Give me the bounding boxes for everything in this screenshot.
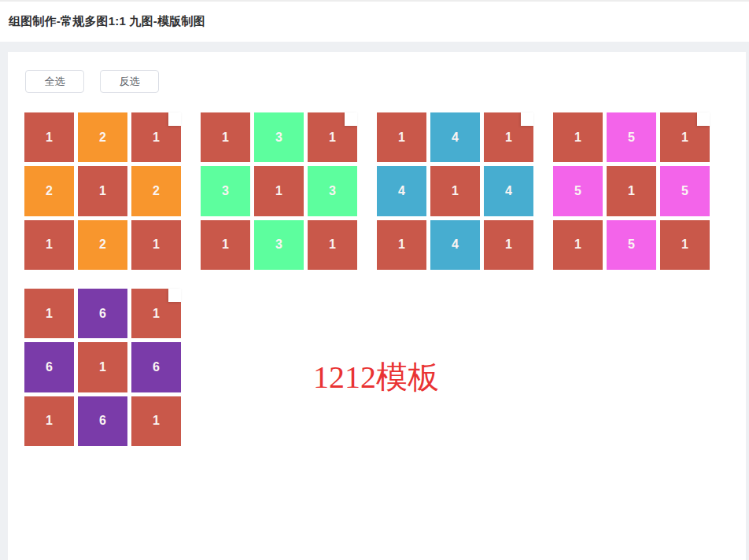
tile: 2: [131, 166, 181, 216]
invert-selection-button[interactable]: 反选: [100, 70, 159, 93]
template-card-1[interactable]: 121212121: [24, 112, 181, 270]
template-grid: 141414141: [377, 112, 533, 270]
tile: 1: [24, 396, 74, 446]
watermark-text: 1212模板: [313, 360, 439, 395]
tile: 1: [553, 220, 603, 270]
tile: 1: [78, 342, 127, 392]
template-grid: 131313131: [201, 112, 357, 270]
tile: 4: [430, 220, 480, 270]
tile: 3: [254, 220, 304, 270]
select-checkbox[interactable]: [345, 112, 357, 126]
tile: 1: [484, 220, 533, 270]
tile: 1: [377, 112, 426, 162]
tile: 1: [430, 166, 480, 216]
template-card-4[interactable]: 151515151: [553, 112, 710, 270]
tile: 1: [78, 166, 127, 216]
tile: 1: [131, 220, 181, 270]
tile: 1: [553, 112, 603, 162]
content-card: 全选 反选 1212121211313131311414141411515151…: [8, 52, 746, 560]
tile: 3: [201, 166, 250, 216]
tile: 5: [607, 220, 656, 270]
tile: 1: [24, 112, 74, 162]
tile: 6: [78, 396, 127, 446]
template-grid: 151515151: [553, 112, 710, 270]
tile: 5: [607, 112, 656, 162]
select-checkbox[interactable]: [168, 289, 181, 302]
tile: 6: [24, 342, 74, 392]
tile: 1: [607, 166, 656, 216]
template-card-5[interactable]: 161616161: [24, 289, 181, 446]
select-all-button[interactable]: 全选: [25, 70, 84, 93]
tile: 6: [131, 342, 181, 392]
tile: 4: [377, 166, 426, 216]
select-checkbox[interactable]: [521, 112, 533, 126]
page-header: 组图制作-常规多图1:1 九图-模版制图: [0, 0, 749, 42]
tile: 1: [24, 220, 74, 270]
select-checkbox[interactable]: [697, 112, 710, 126]
tile: 3: [308, 166, 357, 216]
tile: 5: [660, 166, 710, 216]
tile: 1: [201, 220, 250, 270]
tile: 4: [484, 166, 533, 216]
page-title: 组图制作-常规多图1:1 九图-模版制图: [9, 14, 205, 29]
tile: 2: [78, 220, 127, 270]
tile: 1: [377, 220, 426, 270]
tile: 1: [201, 112, 250, 162]
tile: 1: [24, 289, 74, 338]
select-checkbox[interactable]: [168, 112, 181, 126]
tile: 3: [254, 112, 304, 162]
template-grid: 161616161: [24, 289, 181, 446]
template-card-3[interactable]: 141414141: [377, 112, 533, 270]
template-card-2[interactable]: 131313131: [201, 112, 357, 270]
tile: 2: [78, 112, 127, 162]
tile: 1: [254, 166, 304, 216]
tile: 4: [430, 112, 480, 162]
tile: 1: [131, 396, 181, 446]
template-grid: 121212121: [24, 112, 181, 270]
toolbar: 全选 反选: [8, 52, 746, 93]
tile: 1: [660, 220, 710, 270]
tile: 2: [24, 166, 74, 216]
tile: 5: [553, 166, 603, 216]
tile: 6: [78, 289, 127, 338]
tile: 1: [308, 220, 357, 270]
page: 组图制作-常规多图1:1 九图-模版制图 全选 反选 1212121211313…: [0, 0, 749, 560]
